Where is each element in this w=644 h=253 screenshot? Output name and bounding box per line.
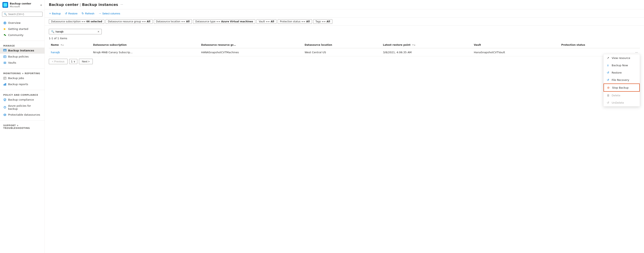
sidebar-item-backup-instances-label: Backup instances xyxy=(8,49,34,52)
backup-instances-table: Name ↑↓ Datasource subscription Datasour… xyxy=(49,42,640,56)
refresh-icon: ↻ xyxy=(82,12,84,15)
filter-vault-text: Vault == xyxy=(259,20,270,23)
sidebar-item-overview[interactable]: Overview xyxy=(0,20,44,26)
backup-instances-icon xyxy=(3,49,6,52)
sidebar-item-backup-policies[interactable]: Backup policies xyxy=(0,54,44,60)
breadcrumb-parent: Backup center xyxy=(49,2,78,7)
svg-rect-7 xyxy=(5,50,6,50)
ctx-restore[interactable]: ↺ Restore xyxy=(604,69,640,76)
table-search-box[interactable]: 🔍 ✕ xyxy=(49,29,102,34)
header-more-button[interactable]: ··· xyxy=(120,3,123,6)
cell-datasource-resource-group: HANASnapshotCVTMachines xyxy=(199,48,303,56)
app-title: Backup center xyxy=(10,2,31,5)
filter-protection-status[interactable]: Protection status == All xyxy=(278,19,312,24)
ctx-undelete[interactable]: ↺ UnDelete xyxy=(604,99,640,106)
table-search-input[interactable] xyxy=(56,30,96,33)
support-section-label: Support + troubleshooting xyxy=(0,123,44,130)
delete-icon: 🗑 xyxy=(607,94,610,97)
sidebar-item-getting-started[interactable]: Getting started xyxy=(0,26,44,32)
sidebar-item-vaults[interactable]: Vaults xyxy=(0,60,44,66)
col-name[interactable]: Name ↑↓ xyxy=(49,42,91,48)
sidebar: Backup center Microsoft « 🔍 Overview Get… xyxy=(0,0,45,253)
app-logo xyxy=(2,2,8,8)
previous-button[interactable]: < Previous xyxy=(49,59,68,64)
instance-name-link[interactable]: hanajb xyxy=(51,51,60,54)
compliance-icon xyxy=(3,98,6,101)
sidebar-item-backup-jobs-label: Backup jobs xyxy=(8,77,24,80)
support-nav: Support + troubleshooting xyxy=(0,121,44,131)
ctx-backup-now[interactable]: ↓ Backup Now xyxy=(604,62,640,69)
sidebar-search-box[interactable]: 🔍 xyxy=(2,12,42,17)
result-count: 1-1 of 1 items xyxy=(49,37,640,40)
backup-button[interactable]: + Backup xyxy=(49,11,61,16)
backup-plus-icon: + xyxy=(49,12,51,15)
sidebar-item-backup-instances[interactable]: Backup instances xyxy=(0,47,44,54)
search-filter-row: 🔍 ✕ xyxy=(49,29,640,34)
nav-divider-2 xyxy=(0,68,44,68)
select-columns-icon: → xyxy=(98,12,101,15)
filter-datasource-subscription-text: Datasource subscription == xyxy=(51,20,86,23)
page-header: Backup center | Backup instances ··· xyxy=(45,0,644,9)
row-more-button[interactable]: ··· xyxy=(635,51,638,54)
select-columns-label: Select columns xyxy=(102,12,120,15)
name-sort-icon[interactable]: ↑↓ xyxy=(60,44,64,46)
ctx-undelete-label: UnDelete xyxy=(612,101,624,104)
filters-bar: Datasource subscription == 66 selected D… xyxy=(45,18,644,26)
table-row: hanajb Nirajk-MAB Canary Subscrip... HAN… xyxy=(49,48,640,56)
svg-point-1 xyxy=(4,22,6,23)
page-number-select[interactable]: 1 ∨ xyxy=(69,59,77,64)
sidebar-item-community[interactable]: Community xyxy=(0,32,44,38)
protectable-datasources-icon xyxy=(3,113,6,116)
filter-datasource-type[interactable]: Datasource type == Azure Virtual machine… xyxy=(193,19,255,24)
cell-datasource-location: West Central US xyxy=(302,48,381,56)
view-resource-icon: ↗ xyxy=(607,56,610,59)
svg-point-12 xyxy=(4,62,5,63)
next-button[interactable]: Next > xyxy=(79,59,93,64)
toolbar: + Backup ↺ Restore ↻ Refresh → Select co… xyxy=(45,9,644,18)
sidebar-item-protectable-datasources[interactable]: Protectable datasources xyxy=(0,112,44,118)
sidebar-item-backup-reports[interactable]: Backup reports xyxy=(0,81,44,87)
col-latest-restore-point[interactable]: Latest restore point ↑↓ xyxy=(381,42,472,48)
app-subtitle: Microsoft xyxy=(10,5,31,8)
ctx-view-resource-label: View resource xyxy=(612,56,630,59)
ctx-restore-icon: ↺ xyxy=(607,71,610,74)
filter-type-text: Datasource type == xyxy=(195,20,220,23)
ctx-delete[interactable]: 🗑 Delete xyxy=(604,92,640,99)
sidebar-item-azure-policies-label: Azure policies for backup xyxy=(8,104,41,110)
restore-button[interactable]: ↺ Restore xyxy=(64,11,78,16)
restore-point-sort-icon[interactable]: ↑↓ xyxy=(412,44,416,46)
sidebar-item-backup-compliance[interactable]: Backup compliance xyxy=(0,97,44,103)
policy-nav: Policy and compliance Backup compliance … xyxy=(0,91,44,119)
undelete-icon: ↺ xyxy=(607,101,610,104)
sidebar-item-vaults-label: Vaults xyxy=(8,61,16,64)
context-menu: ↗ View resource ↓ Backup Now ↺ Restore ↺… xyxy=(603,54,640,106)
ctx-stop-backup[interactable]: ⊘ Stop Backup xyxy=(604,83,640,92)
svg-point-22 xyxy=(5,107,5,108)
sidebar-item-getting-started-label: Getting started xyxy=(8,27,28,30)
col-datasource-resource-group: Datasource resource gr... xyxy=(199,42,303,48)
select-columns-button[interactable]: → Select columns xyxy=(98,11,120,16)
top-nav: Overview Getting started Community xyxy=(0,18,44,40)
backup-policies-icon xyxy=(3,55,6,58)
filter-resource-group-text: Datasource resource group == xyxy=(108,20,146,23)
filter-vault[interactable]: Vault == All xyxy=(256,19,276,24)
clear-search-button[interactable]: ✕ xyxy=(98,30,100,33)
filter-datasource-location[interactable]: Datasource location == All xyxy=(154,19,192,24)
sidebar-search-input[interactable] xyxy=(8,13,41,16)
ctx-file-recovery[interactable]: ↺ File Recovery xyxy=(604,76,640,83)
sidebar-collapse-button[interactable]: « xyxy=(40,3,42,7)
table-header-row: Name ↑↓ Datasource subscription Datasour… xyxy=(49,42,640,48)
ctx-restore-label: Restore xyxy=(612,71,622,74)
sidebar-item-backup-compliance-label: Backup compliance xyxy=(8,98,34,101)
sidebar-item-azure-policies[interactable]: Azure policies for backup xyxy=(0,103,44,112)
filter-datasource-resource-group[interactable]: Datasource resource group == All xyxy=(106,19,152,24)
ctx-view-resource[interactable]: ↗ View resource xyxy=(604,54,640,62)
refresh-button[interactable]: ↻ Refresh xyxy=(81,11,95,16)
sidebar-item-backup-jobs[interactable]: Backup jobs xyxy=(0,75,44,81)
filter-tags[interactable]: Tags == All xyxy=(313,19,332,24)
pagination: < Previous 1 ∨ Next > xyxy=(49,59,640,64)
svg-point-23 xyxy=(4,114,6,115)
filter-datasource-subscription[interactable]: Datasource subscription == 66 selected xyxy=(49,19,104,24)
sidebar-item-overview-label: Overview xyxy=(8,21,20,24)
backup-reports-icon xyxy=(3,83,6,86)
